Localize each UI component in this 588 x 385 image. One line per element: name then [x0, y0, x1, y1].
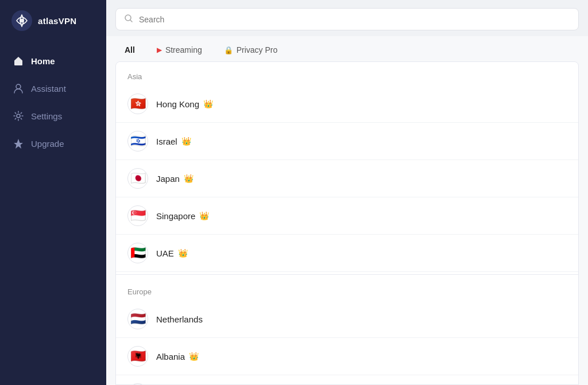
svg-point-2	[16, 84, 21, 89]
sidebar: atlasVPN Home Assistant	[0, 0, 106, 385]
crown-icon: 👑	[178, 248, 188, 258]
country-item-uae[interactable]: 🇦🇪 UAE 👑	[116, 235, 578, 272]
svg-point-3	[17, 114, 20, 118]
flag-singapore: 🇸🇬	[127, 205, 148, 226]
country-name-israel: Israel 👑	[156, 137, 191, 146]
privacy-pro-lock-icon: 🔒	[224, 46, 233, 55]
tab-privacy-pro-label: Privacy Pro	[237, 45, 278, 55]
country-item-japan[interactable]: 🇯🇵 Japan 👑	[116, 160, 578, 197]
crown-icon: 👑	[181, 137, 191, 146]
sidebar-item-home[interactable]: Home	[0, 47, 106, 75]
search-bar	[115, 8, 579, 30]
flag-albania: 🇦🇱	[127, 346, 148, 367]
country-item-hong-kong[interactable]: 🇭🇰 Hong Kong 👑	[116, 85, 578, 123]
home-icon	[13, 55, 24, 67]
flag-japan: 🇯🇵	[127, 168, 148, 189]
crown-icon: 👑	[203, 99, 213, 108]
sidebar-item-assistant-label: Assistant	[31, 84, 66, 94]
country-list: Asia 🇭🇰 Hong Kong 👑 🇮🇱 Israel 👑 🇯🇵 Japan…	[115, 61, 579, 385]
country-name-uae: UAE 👑	[156, 248, 188, 258]
search-input[interactable]	[139, 15, 570, 24]
assistant-icon	[13, 83, 24, 94]
logo: atlasVPN	[0, 0, 106, 41]
tab-all[interactable]: All	[115, 42, 144, 58]
flag-netherlands: 🇳🇱	[127, 309, 148, 329]
country-item-israel[interactable]: 🇮🇱 Israel 👑	[116, 123, 578, 160]
sidebar-item-assistant[interactable]: Assistant	[0, 75, 106, 102]
filter-tabs: All ▶ Streaming 🔒 Privacy Pro	[106, 36, 588, 61]
sidebar-item-upgrade-label: Upgrade	[31, 139, 64, 149]
country-item-netherlands[interactable]: 🇳🇱 Netherlands	[116, 301, 578, 338]
tab-privacy-pro[interactable]: 🔒 Privacy Pro	[215, 42, 287, 58]
crown-icon: 👑	[189, 352, 199, 361]
atlasvpn-logo-icon	[11, 10, 32, 31]
crown-icon: 👑	[199, 211, 209, 220]
sidebar-item-settings-label: Settings	[31, 111, 62, 121]
streaming-play-icon: ▶	[157, 46, 162, 54]
search-bar-wrapper	[106, 0, 588, 36]
region-header-asia: Asia	[116, 62, 578, 85]
sidebar-item-settings[interactable]: Settings	[0, 102, 106, 130]
region-header-europe: Europe	[116, 277, 578, 301]
country-item-albania[interactable]: 🇦🇱 Albania 👑	[116, 338, 578, 375]
settings-icon	[13, 110, 24, 122]
flag-uae: 🇦🇪	[127, 243, 148, 263]
search-icon	[124, 14, 133, 25]
upgrade-icon	[13, 138, 24, 149]
flag-israel: 🇮🇱	[127, 131, 148, 151]
tab-streaming-label: Streaming	[165, 45, 202, 55]
country-item-austria[interactable]: 🇦🇹 Austria 👑	[116, 375, 578, 385]
country-name-netherlands: Netherlands	[156, 314, 203, 324]
country-name-singapore: Singapore 👑	[156, 211, 209, 221]
crown-icon: 👑	[184, 174, 194, 183]
main-content: All ▶ Streaming 🔒 Privacy Pro Asia 🇭🇰 Ho…	[106, 0, 588, 385]
sidebar-item-upgrade[interactable]: Upgrade	[0, 130, 106, 157]
region-divider-europe	[116, 274, 578, 275]
flag-hong-kong: 🇭🇰	[127, 94, 148, 114]
country-name-albania: Albania 👑	[156, 352, 199, 361]
country-name-japan: Japan 👑	[156, 174, 194, 184]
country-name-hong-kong: Hong Kong 👑	[156, 99, 213, 109]
country-item-singapore[interactable]: 🇸🇬 Singapore 👑	[116, 197, 578, 235]
logo-text: atlasVPN	[38, 16, 76, 26]
sidebar-item-home-label: Home	[31, 56, 55, 66]
sidebar-nav: Home Assistant Settings	[0, 41, 106, 163]
tab-streaming[interactable]: ▶ Streaming	[148, 42, 211, 58]
svg-point-1	[20, 19, 24, 23]
